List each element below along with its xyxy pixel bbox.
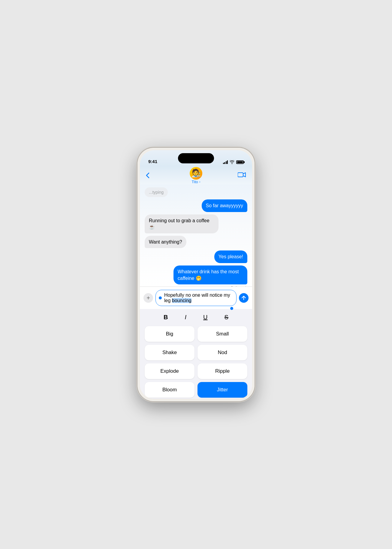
- effects-keyboard: B I U S Big Small Shake Nod Explode Ripp…: [140, 309, 252, 399]
- dynamic-island: [178, 153, 214, 163]
- add-attachment-button[interactable]: +: [143, 293, 153, 303]
- effect-ripple-button[interactable]: Ripple: [198, 363, 247, 379]
- bubble-sent: Whatever drink has the most caffeine 🤭: [173, 265, 247, 284]
- delivered-label: Delivered: [145, 286, 247, 287]
- effects-grid: Big Small Shake Nod Explode Ripple Bloom…: [145, 326, 247, 398]
- selection-handle: [230, 307, 233, 310]
- phone-frame: 9:41: [137, 148, 255, 401]
- effect-explode-button[interactable]: Explode: [145, 363, 194, 379]
- message-row: Whatever drink has the most caffeine 🤭: [145, 265, 247, 284]
- back-button[interactable]: [146, 172, 149, 178]
- input-text-before: Hopefully no one will notice my leg boun…: [160, 293, 232, 303]
- bubble-sent: Yes please!: [214, 250, 247, 263]
- selected-word: bouncing: [172, 298, 191, 303]
- signal-icon: [223, 160, 228, 164]
- svg-rect-0: [238, 173, 243, 177]
- format-underline-button[interactable]: U: [201, 313, 210, 322]
- effect-small-button[interactable]: Small: [198, 326, 247, 342]
- effect-jitter-button[interactable]: Jitter: [198, 382, 247, 398]
- format-italic-button[interactable]: I: [182, 313, 189, 322]
- input-area: + Hopefully no one will notice my leg bo…: [140, 287, 252, 309]
- message-row: Want anything?: [145, 236, 247, 248]
- contact-name: Tito ›: [192, 180, 201, 184]
- nav-header: 🧑‍🎨 Tito ›: [140, 166, 252, 184]
- format-row: B I U S: [145, 313, 247, 322]
- contact-info[interactable]: 🧑‍🎨 Tito ›: [190, 167, 202, 184]
- message-row: Running out to grab a coffee ☕: [145, 214, 247, 233]
- cursor: [159, 296, 162, 299]
- effect-big-button[interactable]: Big: [145, 326, 194, 342]
- send-button[interactable]: [239, 293, 249, 303]
- message-input[interactable]: Hopefully no one will notice my leg boun…: [155, 290, 237, 306]
- avatar: 🧑‍🎨: [190, 167, 202, 180]
- battery-icon: [236, 160, 244, 164]
- message-row: So far awayyyyyy: [145, 199, 247, 212]
- message-row: Yes please!: [145, 250, 247, 263]
- effect-nod-button[interactable]: Nod: [198, 345, 247, 360]
- bubble-received: Want anything?: [145, 236, 186, 248]
- bubble-truncated: ...typing: [145, 187, 168, 197]
- bubble-received: Running out to grab a coffee ☕: [145, 214, 219, 233]
- format-strikethrough-button[interactable]: S: [222, 313, 231, 322]
- status-icons: [223, 160, 244, 164]
- wifi-icon: [230, 160, 234, 164]
- effect-shake-button[interactable]: Shake: [145, 345, 194, 360]
- phone-screen: 9:41: [140, 150, 252, 399]
- status-bar: 9:41: [140, 150, 252, 166]
- bubble-sent: So far awayyyyyy: [202, 199, 247, 212]
- messages-area: ...typing So far awayyyyyy Running out t…: [140, 184, 252, 287]
- format-bold-button[interactable]: B: [161, 313, 170, 322]
- message-row: ...typing: [145, 187, 247, 197]
- status-time: 9:41: [148, 159, 157, 164]
- effect-bloom-button[interactable]: Bloom: [145, 382, 194, 398]
- video-call-button[interactable]: [238, 172, 246, 179]
